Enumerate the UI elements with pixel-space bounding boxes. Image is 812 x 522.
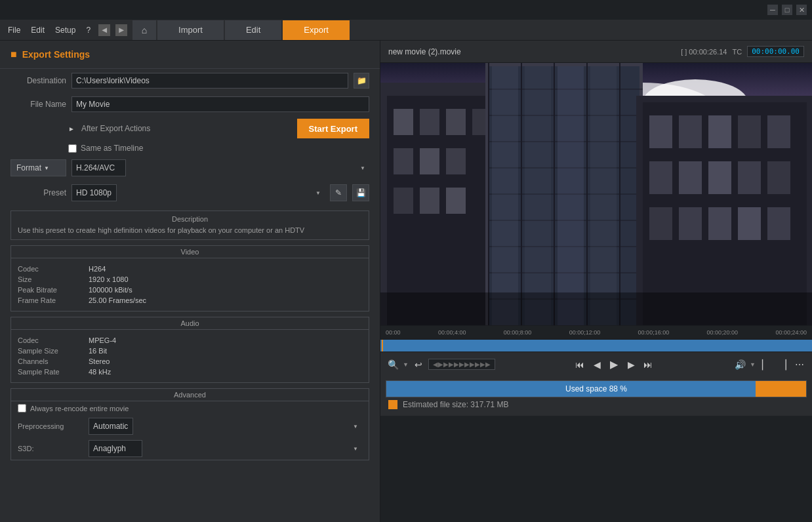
svg-rect-42 xyxy=(738,115,761,148)
sample-size-row: Sample Size 16 Bit xyxy=(18,346,362,356)
menu-edit[interactable]: Edit xyxy=(28,24,47,36)
filename-label: File Name xyxy=(10,100,66,109)
sample-rate-value: 48 kHz xyxy=(89,368,111,376)
preprocessing-select[interactable]: Automatic Manual None xyxy=(89,418,133,435)
filename-input[interactable] xyxy=(71,96,369,112)
reencode-checkbox[interactable] xyxy=(18,404,26,412)
preset-row: Preset HD 1080p HD 720p 4K UHD Custom ✎ … xyxy=(0,180,380,205)
used-space-end xyxy=(756,381,806,397)
browse-folder-button[interactable]: 📁 xyxy=(354,73,369,89)
trim-in-button[interactable]: ▏ xyxy=(758,357,773,372)
description-text: Use this preset to create high definitio… xyxy=(18,226,362,235)
center-controls: ⏮ ◀ ▶ ▶ ⏭ xyxy=(573,357,655,372)
channels-value: Stereo xyxy=(89,357,110,365)
svg-rect-48 xyxy=(767,161,790,194)
svg-rect-40 xyxy=(679,115,702,148)
channels-row: Channels Stereo xyxy=(18,356,362,367)
format-label-button[interactable]: Format ▼ xyxy=(10,159,66,176)
close-button[interactable]: ✕ xyxy=(796,5,807,15)
minimize-button[interactable]: ─ xyxy=(767,5,778,15)
prev-frame-button[interactable]: ◀ xyxy=(590,357,604,372)
timeline-clip xyxy=(380,340,812,351)
menu-setup[interactable]: Setup xyxy=(52,24,78,36)
filename-row: File Name xyxy=(0,92,380,116)
timeline-track[interactable] xyxy=(380,340,812,351)
skip-to-end-button[interactable]: ⏭ xyxy=(641,357,655,372)
advanced-section-title: Advanced xyxy=(11,389,369,401)
codec-row: Codec H264 xyxy=(18,264,362,274)
skip-to-start-button[interactable]: ⏮ xyxy=(573,357,587,372)
used-space-label: Used space 88 % xyxy=(565,384,627,393)
frame-rate-label: Frame Rate xyxy=(18,296,83,304)
size-value: 1920 x 1080 xyxy=(89,275,129,283)
undo-button[interactable]: ↩ xyxy=(411,357,426,372)
timemark-6: 00:00;24:00 xyxy=(775,329,807,336)
trim-slider[interactable]: ◀▶▶▶▶▶▶▶▶▶▶ xyxy=(428,359,495,370)
svg-rect-46 xyxy=(708,161,731,194)
play-button[interactable]: ▶ xyxy=(607,357,621,372)
volume-button[interactable]: 🔊 xyxy=(733,357,747,372)
same-as-timeline-label: Same as Timeline xyxy=(81,144,143,153)
preprocessing-select-wrapper: Automatic Manual None xyxy=(89,418,362,435)
s3d-select[interactable]: Anaglyph Side by Side None xyxy=(89,440,142,457)
main-layout: ■ Export Settings Destination 📁 File Nam… xyxy=(0,41,812,522)
s3d-row: S3D: Anaglyph Side by Side None xyxy=(11,437,369,460)
svg-rect-15 xyxy=(420,188,439,214)
edit-tab[interactable]: Edit xyxy=(225,20,281,40)
menu-help[interactable]: ? xyxy=(83,24,93,36)
zoom-button[interactable]: 🔍 xyxy=(386,357,400,372)
svg-rect-43 xyxy=(767,115,790,148)
format-label-text: Format xyxy=(16,163,41,172)
export-tab[interactable]: Export xyxy=(283,20,350,40)
back-button[interactable]: ◄ xyxy=(98,24,110,36)
import-tab[interactable]: Import xyxy=(157,20,224,40)
estimated-file-size: Estimated file size: 317.71 MB xyxy=(403,400,508,409)
video-header: new movie (2).movie [ ] 00:00:26.14 TC 0… xyxy=(380,41,812,63)
preset-select-wrapper: HD 1080p HD 720p 4K UHD Custom xyxy=(71,184,325,201)
left-controls: 🔍 ▼ ↩ ◀▶▶▶▶▶▶▶▶▶▶ xyxy=(386,357,495,372)
svg-rect-36 xyxy=(590,66,617,325)
frame-rate-row: Frame Rate 25.00 Frames/sec xyxy=(18,295,362,306)
playback-controls: 🔍 ▼ ↩ ◀▶▶▶▶▶▶▶▶▶▶ ⏮ ◀ ▶ ▶ ⏭ 🔊 ▼ ▏ ▕ ⋯ xyxy=(380,351,812,376)
start-export-button[interactable]: Start Export xyxy=(297,119,369,138)
trim-out-button[interactable]: ▕ xyxy=(775,357,790,372)
same-as-timeline-row: Same as Timeline xyxy=(0,141,380,155)
forward-button[interactable]: ► xyxy=(115,24,127,36)
format-select[interactable]: H.264/AVC H.265/HEVC ProRes DNxHD xyxy=(71,159,126,176)
right-controls: 🔊 ▼ ▏ ▕ ⋯ xyxy=(733,357,807,372)
svg-rect-39 xyxy=(649,115,672,148)
video-preview-area xyxy=(380,63,812,325)
panel-title: Export Settings xyxy=(22,49,90,60)
sample-rate-row: Sample Rate 48 kHz xyxy=(18,367,362,377)
save-preset-button[interactable]: 💾 xyxy=(352,184,369,201)
nav-tabs: ⌂ Import Edit Export xyxy=(132,20,350,40)
video-section-content: Codec H264 Size 1920 x 1080 Peak Bitrate… xyxy=(11,258,369,311)
next-frame-button[interactable]: ▶ xyxy=(624,357,638,372)
svg-rect-12 xyxy=(420,148,439,174)
svg-rect-49 xyxy=(649,207,672,240)
preprocessing-label: Preprocessing xyxy=(18,422,83,430)
destination-label: Destination xyxy=(10,76,66,85)
menu-file[interactable]: File xyxy=(5,24,23,36)
timeline-ruler[interactable]: 00:00 00:00;4:00 00:00;8:00 00:00;12:00 … xyxy=(380,325,812,340)
destination-row: Destination 📁 xyxy=(0,69,380,92)
sample-size-value: 16 Bit xyxy=(89,347,107,355)
svg-rect-47 xyxy=(738,161,761,194)
advanced-section: Advanced Always re-encode entire movie P… xyxy=(10,388,369,460)
more-controls-button[interactable]: ⋯ xyxy=(792,357,807,372)
destination-input[interactable] xyxy=(71,73,348,89)
reencode-row: Always re-encode entire movie xyxy=(11,401,369,415)
channels-label: Channels xyxy=(18,357,83,365)
svg-rect-34 xyxy=(525,66,551,325)
svg-rect-7 xyxy=(394,109,413,135)
maximize-button[interactable]: □ xyxy=(782,5,792,15)
export-settings-panel: ■ Export Settings Destination 📁 File Nam… xyxy=(0,41,380,522)
svg-rect-13 xyxy=(446,148,466,174)
home-tab[interactable]: ⌂ xyxy=(132,20,156,40)
preset-label: Preset xyxy=(10,188,66,197)
edit-preset-button[interactable]: ✎ xyxy=(330,184,347,201)
size-row: Size 1920 x 1080 xyxy=(18,274,362,285)
peak-bitrate-row: Peak Bitrate 100000 kBit/s xyxy=(18,285,362,295)
preset-select[interactable]: HD 1080p HD 720p 4K UHD Custom xyxy=(71,184,117,201)
same-as-timeline-checkbox[interactable] xyxy=(68,144,77,153)
